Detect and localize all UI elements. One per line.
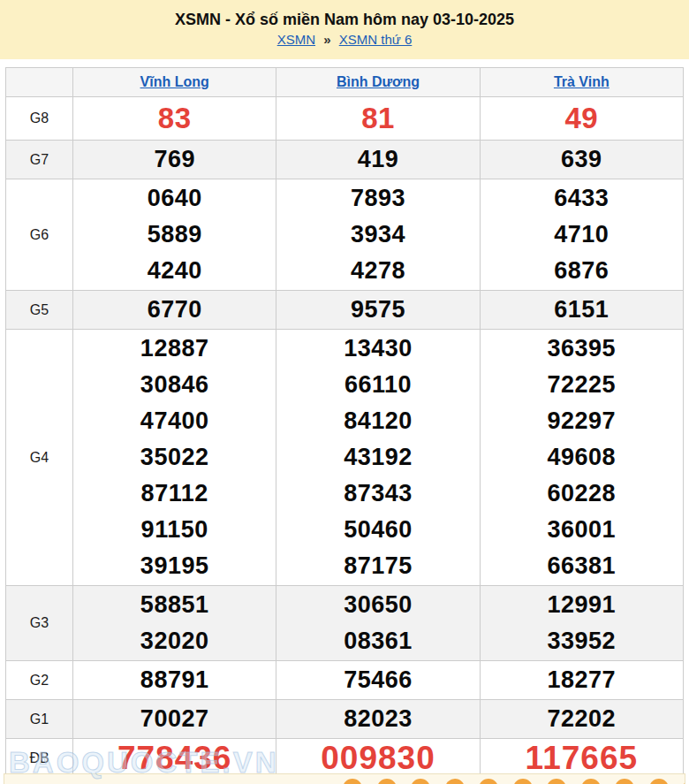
prize-number: 0640 xyxy=(73,180,276,217)
prize-label-g7: G7 xyxy=(6,141,73,179)
prize-cell: 88791 xyxy=(73,661,276,700)
prize-cell: 419 xyxy=(276,141,480,179)
prize-cell: 72202 xyxy=(480,700,683,739)
prize-number: 70027 xyxy=(73,701,276,737)
prize-number: 72225 xyxy=(481,367,683,403)
prize-cell: 81 xyxy=(276,97,480,141)
prize-cell: 1299133952 xyxy=(480,586,683,661)
prize-cell: 36395722259229749608602283600166381 xyxy=(480,330,683,586)
ball-icon xyxy=(581,779,601,784)
prize-number: 58851 xyxy=(73,587,276,623)
prize-cell: 13430661108412043192873435046087175 xyxy=(276,330,480,586)
prize-number: 39195 xyxy=(73,548,276,584)
prize-number: 72202 xyxy=(481,701,683,737)
breadcrumb-link-xsmn-thu-6[interactable]: XSMN thứ 6 xyxy=(339,32,413,47)
prize-number: 91150 xyxy=(73,512,276,548)
prize-number: 81 xyxy=(276,98,479,139)
column-link-vinh-long[interactable]: Vĩnh Long xyxy=(140,74,209,89)
prize-cell: 643347106876 xyxy=(480,179,683,291)
ball-icon xyxy=(683,779,685,784)
prize-number: 12887 xyxy=(73,331,276,367)
ball-icon xyxy=(547,779,566,784)
prize-row-g1: G1700278202372202 xyxy=(6,700,684,739)
prize-label-g2: G2 xyxy=(6,661,73,700)
column-link-binh-duong[interactable]: Bình Dương xyxy=(337,74,420,89)
prize-number: 32020 xyxy=(73,623,276,659)
column-header-vinh-long: Vĩnh Long xyxy=(73,68,276,97)
prize-number: 49 xyxy=(481,98,683,139)
prize-number: 13430 xyxy=(276,331,479,367)
prize-number: 769 xyxy=(73,141,276,178)
prize-row-g2: G2887917546618277 xyxy=(6,661,684,700)
prize-number: 639 xyxy=(481,141,683,178)
prize-cell: 83 xyxy=(73,97,276,141)
prize-row-g4: G412887308464740035022871129115039195134… xyxy=(6,330,684,586)
prize-cell: 6770 xyxy=(73,291,276,330)
prize-label-g1: G1 xyxy=(6,700,73,739)
prize-row-g3: G3588513202030650083611299133952 xyxy=(6,586,684,661)
prize-number: 5889 xyxy=(73,217,276,253)
prize-number: 36395 xyxy=(481,331,683,367)
ball-icon xyxy=(615,779,634,784)
prize-number: 4710 xyxy=(481,217,683,253)
prize-number: 009830 xyxy=(276,740,479,777)
prize-number: 6876 xyxy=(481,253,683,289)
prize-label-g3: G3 xyxy=(6,586,73,661)
prize-label-g8: G8 xyxy=(6,97,73,141)
prize-row-g7: G7769419639 xyxy=(6,141,684,179)
breadcrumb-link-xsmn[interactable]: XSMN xyxy=(277,32,315,47)
prize-number: 6770 xyxy=(73,292,276,328)
ball-icon xyxy=(377,779,397,784)
prize-number: 84120 xyxy=(276,403,479,439)
prize-number: 83 xyxy=(73,98,276,139)
prize-number: 82023 xyxy=(276,701,479,737)
prize-number: 4278 xyxy=(276,253,479,289)
breadcrumb: XSMN » XSMN thứ 6 xyxy=(0,32,689,47)
ball-icon xyxy=(649,779,669,784)
prize-label-db: ĐB xyxy=(6,739,73,779)
page-header: XSMN - Xổ số miền Nam hôm nay 03-10-2025… xyxy=(0,0,689,59)
ball-icon xyxy=(343,779,362,784)
prize-cell: 064058894240 xyxy=(73,179,276,291)
prize-number: 778436 xyxy=(73,740,276,777)
prize-number: 9575 xyxy=(276,292,479,328)
prize-cell: 5885132020 xyxy=(73,586,276,661)
prize-number: 30846 xyxy=(73,367,276,403)
prize-number: 88791 xyxy=(73,662,276,698)
prize-cell: 49 xyxy=(480,97,683,141)
prize-number: 87112 xyxy=(73,476,276,512)
prize-number: 6433 xyxy=(481,180,683,217)
prize-number: 08361 xyxy=(276,623,479,659)
prize-number: 43192 xyxy=(276,439,479,476)
column-header-tra-vinh: Trà Vinh xyxy=(480,68,683,97)
prize-number: 36001 xyxy=(481,512,683,548)
prize-number: 30650 xyxy=(276,587,479,623)
prize-cell: 789339344278 xyxy=(276,179,480,291)
column-header-binh-duong: Bình Dương xyxy=(276,68,480,97)
prize-number: 7893 xyxy=(276,180,479,217)
prize-number: 49608 xyxy=(481,439,683,476)
prize-row-g6: G6064058894240789339344278643347106876 xyxy=(6,179,684,291)
prize-number: 66110 xyxy=(276,367,479,403)
prize-cell: 9575 xyxy=(276,291,480,330)
ball-icon xyxy=(445,779,465,784)
prize-label-g6: G6 xyxy=(6,179,73,291)
prize-number: 87343 xyxy=(276,476,479,512)
prize-number: 6151 xyxy=(481,292,683,328)
prize-number: 18277 xyxy=(481,662,683,698)
prize-cell: 6151 xyxy=(480,291,683,330)
prize-number: 50460 xyxy=(276,512,479,548)
column-link-tra-vinh[interactable]: Trà Vinh xyxy=(554,74,610,89)
ball-icon xyxy=(513,779,533,784)
prize-number: 75466 xyxy=(276,662,479,698)
xsmn-results-page: XSMN - Xổ số miền Nam hôm nay 03-10-2025… xyxy=(0,0,689,784)
prize-cell: 009830 xyxy=(276,739,480,779)
prize-cell: 75466 xyxy=(276,661,480,700)
prize-label-g5: G5 xyxy=(6,291,73,330)
page-title: XSMN - Xổ số miền Nam hôm nay 03-10-2025 xyxy=(0,11,689,29)
corner-cell xyxy=(6,68,73,97)
prize-row-db: ĐB778436009830117665 xyxy=(6,739,684,779)
prize-row-g8: G8838149 xyxy=(6,97,684,141)
results-table: Vĩnh LongBình DươngTrà Vinh G8838149G776… xyxy=(5,67,684,779)
breadcrumb-separator: » xyxy=(323,32,330,47)
